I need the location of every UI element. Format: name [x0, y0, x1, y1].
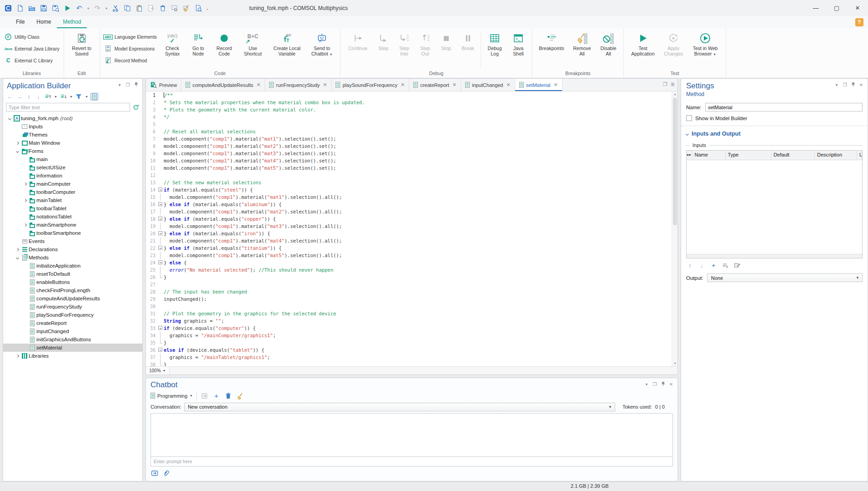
inputs-and-output-section-header[interactable]: Inputs and Output [686, 131, 863, 137]
tree-node-createReport[interactable]: createReport [3, 319, 142, 327]
panel-pin-icon[interactable] [133, 82, 139, 88]
run-application-button[interactable] [62, 3, 73, 14]
record-method-button[interactable]: Record Method [102, 55, 159, 66]
close-tab-icon[interactable]: ✕ [507, 82, 511, 88]
expand-icon[interactable] [24, 223, 27, 226]
scrollbar-thumb[interactable] [673, 98, 677, 225]
help-button[interactable]: ? [855, 18, 863, 26]
tree-node-Inputs[interactable]: Inputs [3, 122, 142, 131]
external-c-library-button[interactable]: CExternal C Library [2, 55, 61, 66]
tree-node-toolbarComputer[interactable]: toolbarComputer [3, 188, 142, 196]
nav-back-button[interactable]: ← [6, 93, 14, 101]
panel-float-icon[interactable]: ❐ [125, 82, 130, 87]
scroll-up-icon[interactable]: ▲ [672, 92, 677, 96]
caret-icon[interactable]: ▼ [69, 93, 73, 101]
check-syntax-button[interactable]: [ABC]✓ Check Syntax [159, 30, 186, 56]
fold-toggle-icon[interactable] [158, 259, 164, 266]
panel-close-icon[interactable]: ✕ [858, 82, 864, 87]
editor-tab-setMaterial[interactable]: setMaterial ✕ [515, 79, 562, 91]
attach-file-button[interactable] [162, 469, 170, 477]
utility-class-button[interactable]: Utility Class [2, 31, 61, 43]
tab-file[interactable]: File [10, 16, 30, 28]
cut-button[interactable] [110, 3, 121, 14]
close-tab-icon[interactable]: ✕ [452, 82, 457, 88]
send-to-chatbot-button[interactable]: Send to Chatbot ▼ [306, 30, 338, 57]
refresh-icon[interactable] [132, 103, 140, 111]
move-down-button[interactable]: ↓ [698, 262, 706, 269]
chatbot-mode-button[interactable]: Programming ▼ [151, 393, 193, 399]
inputs-table[interactable]: ▶▶NameTypeDefaultDescriptionUnit [686, 150, 863, 258]
tree-node-initGraphicsAndButtons[interactable]: initGraphicsAndButtons [3, 335, 142, 344]
move-up-button[interactable]: ↑ [25, 93, 33, 101]
panel-close-icon[interactable]: ✕ [668, 382, 674, 387]
language-elements-button[interactable]: ABCLanguage Elements [102, 31, 159, 43]
collapse-icon[interactable] [16, 149, 19, 152]
close-tab-icon[interactable]: ✕ [256, 82, 261, 88]
editor-horizontal-scrollbar[interactable] [170, 367, 677, 375]
close-tab-icon[interactable]: ✕ [401, 82, 405, 88]
use-shortcut-button[interactable]: B+C↗ Use Shortcut [238, 30, 268, 56]
remove-all-button[interactable]: Remove All [568, 30, 596, 56]
fold-toggle-icon[interactable] [158, 244, 164, 252]
collapse-icon[interactable] [8, 116, 11, 120]
tree-node-Libraries[interactable]: Libraries [3, 352, 142, 360]
panel-pin-icon[interactable] [850, 82, 856, 88]
editor-tab-createReport[interactable]: createReport ✕ [409, 79, 461, 91]
test-application-button[interactable]: Test Application [626, 30, 660, 56]
tree-node-mainTablet[interactable]: mainTablet [3, 196, 142, 204]
copy-button[interactable] [122, 3, 133, 14]
column-header-description[interactable]: Description [815, 151, 857, 160]
test-in-web-browser-button[interactable]: Test in Web Browser ▼ [687, 30, 723, 57]
column-header-default[interactable]: Default [771, 151, 815, 160]
clear-chat-button[interactable] [236, 392, 244, 400]
redo-caret[interactable]: ▾ [104, 3, 109, 14]
tab-method[interactable]: Method [57, 16, 87, 28]
save-button[interactable] [38, 3, 49, 14]
expand-icon[interactable] [16, 141, 19, 144]
expand-icon[interactable] [24, 198, 27, 202]
java-shell-button[interactable]: >_ Java Shell [507, 30, 530, 56]
caret-icon[interactable]: ▼ [54, 93, 58, 101]
revert-to-saved-button[interactable]: Revert to Saved [66, 30, 97, 56]
select-box-button[interactable] [169, 3, 180, 14]
external-java-library-button[interactable]: JavaExternal Java Library [2, 43, 61, 55]
tree-node-mainSmartphone[interactable]: mainSmartphone [3, 221, 142, 229]
add-button[interactable]: + [212, 392, 221, 400]
tree-node-playSoundForFrequency[interactable]: playSoundForFrequency [3, 311, 142, 319]
undo-button[interactable]: ↶ [74, 3, 85, 14]
inputs-table-hscrollbar[interactable] [687, 254, 862, 258]
comsol-logo-button[interactable] [3, 3, 14, 14]
method-name-input[interactable] [705, 103, 863, 111]
column-header-type[interactable]: Type [726, 151, 772, 160]
fold-toggle-icon[interactable] [158, 346, 164, 354]
minimize-button[interactable]: — [805, 0, 826, 16]
editor-tab-playSoundForFrequency[interactable]: playSoundForFrequency ✕ [331, 79, 409, 91]
panel-float-icon[interactable]: ❐ [842, 82, 848, 87]
model-expressions-button[interactable]: a=Model Expressions [102, 43, 159, 55]
column-header-name[interactable]: Name [692, 151, 726, 160]
go-to-node-button[interactable]: Go to Node [186, 30, 211, 56]
close-tab-icon[interactable]: ✕ [323, 82, 327, 88]
panel-menu-caret-icon[interactable]: ▾ [117, 82, 122, 87]
clear-selection-button[interactable] [181, 3, 192, 14]
expand-icon[interactable] [16, 248, 19, 251]
tab-home[interactable]: Home [30, 16, 57, 28]
expand-all-button[interactable] [44, 93, 52, 101]
fold-toggle-icon[interactable] [158, 230, 164, 237]
conversation-select[interactable]: New conversation ▼ [184, 403, 615, 411]
tree-node-main[interactable]: main [3, 155, 142, 163]
paste-button[interactable] [134, 3, 145, 14]
move-up-button[interactable]: ↑ [686, 262, 694, 269]
tree-node-information[interactable]: information [3, 172, 142, 180]
tree-node-initializeApplication[interactable]: initializeApplication [3, 262, 142, 270]
save-compact-button[interactable] [50, 3, 61, 14]
tree-node-toolbarTablet[interactable]: toolbarTablet [3, 204, 142, 213]
tree-node-checkFindProngLength[interactable]: checkFindProngLength [3, 286, 142, 294]
toolbar-caret[interactable]: ⌄ [205, 3, 210, 14]
panel-float-icon[interactable]: ❐ [652, 382, 657, 387]
restore-pane-icon[interactable]: ❐ [663, 81, 667, 87]
send-prompt-button[interactable] [151, 469, 159, 477]
tree-node-selectUISize[interactable]: selectUISize [3, 163, 142, 172]
tree-node-enableButtons[interactable]: enableButtons [3, 278, 142, 286]
show-in-model-builder-button[interactable] [90, 93, 98, 101]
